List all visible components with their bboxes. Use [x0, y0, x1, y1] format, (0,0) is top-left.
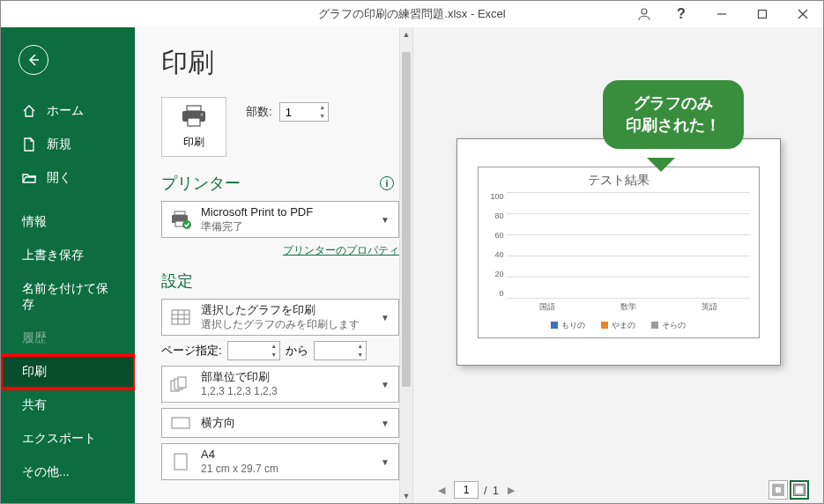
sidebar-item-label: 共有 — [22, 397, 47, 413]
next-page-button[interactable]: ▶ — [504, 485, 518, 496]
help-button[interactable]: ? — [661, 1, 702, 27]
svg-rect-8 — [188, 118, 200, 126]
content-area: 印刷 印刷 部数: ▲▼ プリンター — [135, 27, 823, 503]
copies-control: 部数: ▲▼ — [246, 97, 329, 122]
sheet-icon — [169, 309, 192, 325]
titlebar: グラフの印刷の練習問題.xlsx - Excel ? — [1, 1, 823, 27]
scroll-down-icon[interactable]: ▼ — [400, 489, 412, 503]
sidebar-item-more[interactable]: その他... — [1, 456, 135, 489]
printer-status: 準備完了 — [201, 220, 370, 234]
print-button[interactable]: 印刷 — [161, 97, 226, 157]
sidebar-item-home[interactable]: ホーム — [1, 94, 135, 128]
back-button[interactable] — [19, 45, 48, 75]
excel-backstage-window: グラフの印刷の練習問題.xlsx - Excel ? ホーム 新規 — [0, 0, 824, 504]
main-area: ホーム 新規 開く 情報 上書き保存 名前を付けて保存 履歴 印刷 共有 エクス… — [1, 27, 823, 503]
minimize-button[interactable] — [702, 1, 742, 27]
sidebar-item-open[interactable]: 開く — [1, 161, 135, 195]
svg-rect-11 — [174, 211, 185, 215]
user-account-icon[interactable] — [636, 6, 652, 22]
sidebar-item-label: 履歴 — [22, 330, 47, 346]
chart-legend: もりのやまのそらの — [487, 320, 750, 331]
sidebar-item-label: 印刷 — [22, 364, 47, 380]
annotation-speech-bubble: グラフのみ 印刷された！ — [603, 80, 744, 149]
scroll-up-icon[interactable]: ▲ — [400, 27, 412, 41]
sidebar-item-export[interactable]: エクスポート — [1, 422, 135, 456]
page-range-row: ページ指定: ▲▼ から ▲▼ — [161, 341, 399, 360]
chart: テスト結果 100806040200 国語数学英語 もりのやまのそらの — [478, 167, 760, 338]
print-settings-column: 印刷 印刷 部数: ▲▼ プリンター — [135, 27, 399, 503]
sidebar-item-save[interactable]: 上書き保存 — [1, 239, 135, 272]
sidebar-item-share[interactable]: 共有 — [1, 389, 135, 422]
spinner-buttons[interactable]: ▲▼ — [317, 103, 328, 121]
svg-point-9 — [201, 114, 204, 116]
svg-point-0 — [642, 9, 647, 14]
chevron-down-icon: ▼ — [379, 215, 391, 225]
collate-icon — [169, 376, 192, 392]
sidebar-item-info[interactable]: 情報 — [1, 205, 135, 239]
backstage-sidebar: ホーム 新規 開く 情報 上書き保存 名前を付けて保存 履歴 印刷 共有 エクス… — [1, 27, 135, 503]
print-what-dropdown[interactable]: 選択したグラフを印刷 選択したグラフのみを印刷します ▼ — [161, 299, 399, 336]
home-icon — [22, 104, 36, 118]
sidebar-item-history: 履歴 — [1, 322, 135, 355]
sidebar-item-label: 上書き保存 — [22, 248, 84, 263]
new-icon — [22, 137, 36, 152]
page-sep: / — [484, 484, 487, 497]
total-pages: 1 — [493, 484, 499, 497]
prev-page-button[interactable]: ◀ — [434, 485, 449, 496]
printer-dropdown[interactable]: Microsoft Print to PDF 準備完了 ▼ — [161, 201, 399, 238]
titlebar-controls: ? — [636, 1, 823, 27]
svg-rect-26 — [795, 485, 804, 494]
page-range-label: ページ指定: — [161, 343, 222, 359]
printer-section-header: プリンター i — [161, 173, 399, 194]
maximize-button[interactable] — [742, 1, 783, 27]
printer-icon — [179, 104, 209, 131]
svg-rect-25 — [775, 486, 782, 493]
preview-page: テスト結果 100806040200 国語数学英語 もりのやまのそらの — [457, 138, 781, 366]
sidebar-item-label: ホーム — [47, 103, 84, 119]
svg-rect-21 — [178, 377, 186, 388]
sidebar-item-label: 開く — [47, 170, 71, 186]
chart-plot: 100806040200 — [487, 192, 750, 298]
orientation-dropdown[interactable]: 横方向 ▼ — [161, 408, 399, 438]
page-range-to: から — [286, 343, 308, 359]
chevron-down-icon: ▼ — [379, 457, 391, 467]
sidebar-item-new[interactable]: 新規 — [1, 128, 135, 161]
sidebar-item-label: 情報 — [22, 214, 47, 230]
chevron-down-icon: ▼ — [379, 419, 391, 428]
settings-section-header: 設定 — [161, 271, 399, 292]
preview-column: グラフのみ 印刷された！ テスト結果 100806040200 — [413, 27, 823, 503]
svg-point-13 — [182, 220, 191, 229]
y-axis: 100806040200 — [487, 192, 507, 298]
printer-status-icon — [169, 210, 192, 229]
svg-rect-2 — [759, 11, 767, 19]
sidebar-item-label: 新規 — [47, 137, 71, 152]
print-button-label: 印刷 — [183, 135, 204, 150]
sidebar-item-label: エクスポート — [22, 431, 96, 447]
preview-footer: ◀ / 1 ▶ — [413, 477, 823, 503]
zoom-to-page-button[interactable] — [790, 480, 809, 500]
sidebar-item-print[interactable]: 印刷 — [1, 355, 135, 389]
settings-scrollbar[interactable]: ▲ ▼ — [399, 27, 413, 503]
copies-label: 部数: — [246, 104, 272, 120]
x-axis-labels: 国語数学英語 — [487, 301, 750, 313]
paper-size-dropdown[interactable]: A4 21 cm x 29.7 cm ▼ — [161, 443, 399, 480]
printer-properties-link[interactable]: プリンターのプロパティ — [161, 243, 399, 258]
page-title: 印刷 — [161, 45, 399, 81]
collate-dropdown[interactable]: 部単位で印刷 1,2,3 1,2,3 1,2,3 ▼ — [161, 366, 399, 403]
svg-rect-23 — [174, 454, 187, 470]
svg-rect-14 — [172, 310, 189, 324]
chevron-down-icon: ▼ — [379, 380, 391, 389]
show-margins-button[interactable] — [768, 480, 788, 500]
open-icon — [22, 171, 36, 185]
close-button[interactable] — [783, 1, 823, 27]
svg-rect-22 — [172, 418, 189, 428]
svg-rect-6 — [187, 106, 201, 111]
bars-area — [507, 192, 750, 298]
current-page-input[interactable] — [454, 481, 479, 499]
scroll-thumb[interactable] — [402, 52, 411, 387]
sidebar-item-label: 名前を付けて保存 — [22, 281, 114, 313]
page-icon — [169, 453, 192, 471]
sidebar-item-saveas[interactable]: 名前を付けて保存 — [1, 272, 135, 322]
chevron-down-icon: ▼ — [379, 313, 391, 322]
info-icon[interactable]: i — [380, 176, 394, 190]
